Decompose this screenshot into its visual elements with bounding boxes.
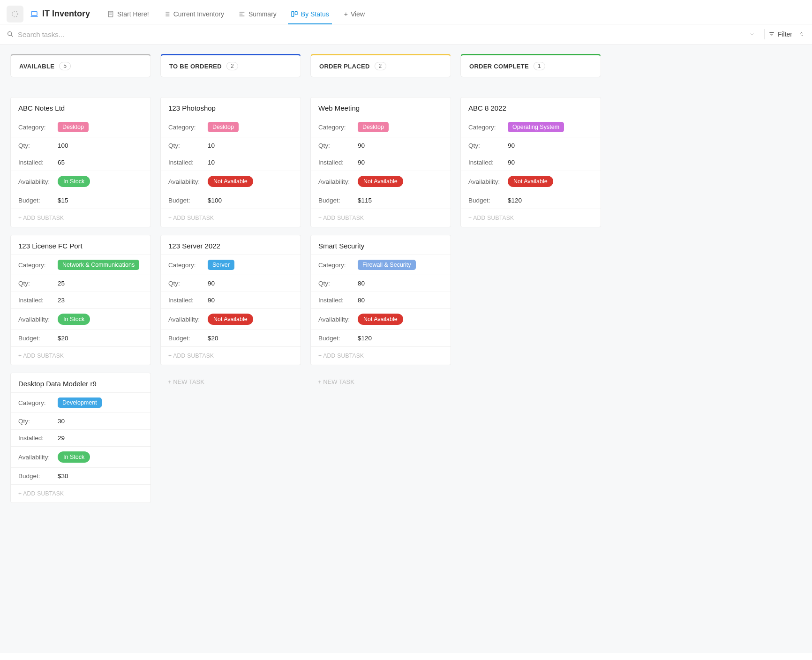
row-availability: Availability: In Stock (11, 171, 150, 192)
row-qty: Qty: 30 (11, 412, 150, 429)
add-subtask-button[interactable]: + ADD SUBTASK (311, 346, 451, 365)
availability-pill: In Stock (58, 451, 90, 463)
row-qty: Qty: 100 (11, 137, 150, 154)
row-category: Category: Development (11, 392, 150, 412)
column-header[interactable]: TO BE ORDERED2 (160, 54, 301, 77)
tab-start-here-[interactable]: Start Here! (100, 4, 156, 24)
card[interactable]: 123 Server 2022 Category: Server Qty: 90… (160, 235, 301, 365)
value-qty: 30 (58, 418, 65, 425)
label-availability: Availability: (468, 178, 508, 185)
value-qty: 90 (508, 142, 515, 149)
column-header[interactable]: AVAILABLE5 (10, 54, 151, 77)
availability-pill: In Stock (58, 176, 90, 187)
row-installed: Installed: 29 (11, 429, 150, 446)
row-category: Category: Desktop (11, 117, 150, 137)
new-task-button[interactable]: + NEW TASK (160, 373, 301, 391)
add-subtask-button[interactable]: + ADD SUBTASK (11, 484, 150, 502)
label-qty: Qty: (18, 142, 58, 149)
value-qty: 10 (208, 142, 215, 149)
tab-summary[interactable]: Summary (232, 4, 283, 24)
value-qty: 100 (58, 142, 68, 149)
row-qty: Qty: 90 (161, 275, 301, 292)
row-installed: Installed: 80 (311, 292, 451, 308)
row-qty: Qty: 80 (311, 275, 451, 292)
row-installed: Installed: 10 (161, 154, 301, 171)
row-budget: Budget: $120 (311, 330, 451, 346)
card[interactable]: Smart Security Category: Firewall & Secu… (310, 235, 451, 365)
tab-by-status[interactable]: By Status (284, 4, 336, 24)
add-subtask-button[interactable]: + ADD SUBTASK (461, 209, 601, 227)
label-budget: Budget: (168, 197, 208, 204)
add-view-button[interactable]: + View (338, 10, 371, 18)
category-pill: Server (208, 260, 234, 270)
doc-icon (107, 10, 114, 18)
label-availability: Availability: (18, 178, 58, 185)
add-subtask-button[interactable]: + ADD SUBTASK (11, 209, 150, 227)
column-header[interactable]: ORDER PLACED2 (310, 54, 451, 77)
svg-rect-1 (31, 11, 37, 15)
card-title: Desktop Data Modeler r9 (11, 373, 150, 392)
view-tabs: Start Here!Current InventorySummaryBy St… (100, 4, 336, 24)
filter-button[interactable]: Filter (768, 30, 792, 38)
app-menu-icon[interactable] (7, 6, 23, 22)
row-installed: Installed: 65 (11, 154, 150, 171)
column-header[interactable]: ORDER COMPLETE1 (460, 54, 601, 77)
column-name: ORDER COMPLETE (469, 63, 529, 70)
label-qty: Qty: (18, 280, 58, 287)
category-pill: Desktop (208, 122, 239, 132)
value-installed: 10 (208, 159, 215, 166)
column-name: AVAILABLE (19, 63, 54, 70)
plus-icon: + (344, 10, 348, 18)
label-category: Category: (318, 124, 358, 131)
card[interactable]: Web Meeting Category: Desktop Qty: 90 In… (310, 97, 451, 227)
row-budget: Budget: $20 (161, 330, 301, 346)
summary-icon (238, 10, 246, 18)
row-category: Category: Desktop (311, 117, 451, 137)
row-budget: Budget: $15 (11, 192, 150, 209)
card[interactable]: 123 Photoshop Category: Desktop Qty: 10 … (160, 97, 301, 227)
add-subtask-button[interactable]: + ADD SUBTASK (311, 209, 451, 227)
tab-label: Summary (248, 10, 277, 18)
row-category: Category: Operating System (461, 117, 601, 137)
row-category: Category: Desktop (161, 117, 301, 137)
category-pill: Desktop (58, 122, 89, 132)
row-installed: Installed: 90 (311, 154, 451, 171)
card[interactable]: ABC Notes Ltd Category: Desktop Qty: 100… (10, 97, 151, 227)
label-category: Category: (18, 124, 58, 131)
search-input[interactable] (18, 30, 745, 38)
availability-pill: Not Available (358, 314, 403, 325)
column-name: TO BE ORDERED (169, 63, 222, 70)
tab-label: Current Inventory (173, 10, 224, 18)
card-title: ABC 8 2022 (461, 98, 601, 117)
row-availability: Availability: Not Available (311, 308, 451, 330)
availability-pill: Not Available (508, 176, 553, 187)
topbar: IT Inventory Start Here!Current Inventor… (0, 0, 812, 24)
column-name: ORDER PLACED (319, 63, 370, 70)
add-subtask-button[interactable]: + ADD SUBTASK (11, 346, 150, 365)
value-budget: $100 (208, 197, 222, 204)
svg-point-0 (12, 11, 18, 17)
card-title: 123 Server 2022 (161, 235, 301, 255)
category-pill: Firewall & Security (358, 260, 416, 270)
category-pill: Network & Communications (58, 260, 139, 270)
svg-rect-3 (292, 11, 294, 16)
card[interactable]: Desktop Data Modeler r9 Category: Develo… (10, 373, 151, 503)
tab-current-inventory[interactable]: Current Inventory (157, 4, 231, 24)
new-task-button[interactable]: + NEW TASK (310, 373, 451, 391)
expand-collapse-icon[interactable] (799, 31, 804, 38)
availability-pill: In Stock (58, 314, 90, 325)
value-budget: $30 (58, 472, 68, 480)
label-budget: Budget: (18, 197, 58, 204)
card[interactable]: 123 License FC Port Category: Network & … (10, 235, 151, 365)
label-budget: Budget: (318, 197, 358, 204)
add-subtask-button[interactable]: + ADD SUBTASK (161, 346, 301, 365)
kanban-board: AVAILABLE5 ABC Notes Ltd Category: Deskt… (0, 45, 812, 653)
search-icon (7, 30, 14, 38)
label-qty: Qty: (18, 418, 58, 425)
value-installed: 80 (358, 297, 365, 304)
add-subtask-button[interactable]: + ADD SUBTASK (161, 209, 301, 227)
chevron-down-icon[interactable] (749, 31, 760, 37)
label-availability: Availability: (318, 316, 358, 323)
row-budget: Budget: $100 (161, 192, 301, 209)
card[interactable]: ABC 8 2022 Category: Operating System Qt… (460, 97, 601, 227)
